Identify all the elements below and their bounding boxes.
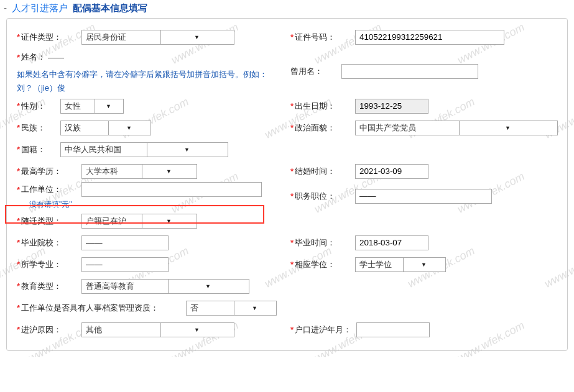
work-unit-hint: 没有请填"无" bbox=[29, 199, 290, 210]
name-value: —— bbox=[48, 53, 64, 62]
degree-value: 学士学位 bbox=[359, 259, 400, 270]
label-highest-edu: 最高学历： bbox=[21, 166, 62, 177]
political-value: 中国共产党党员 bbox=[359, 122, 456, 134]
label-political: 政治面貌： bbox=[295, 122, 335, 134]
label-marriage-date: 结婚时间： bbox=[295, 166, 335, 177]
page-title: 配偶基本信息填写 bbox=[73, 2, 147, 13]
chevron-down-icon: ▼ bbox=[108, 121, 149, 135]
ethnicity-value: 汉族 bbox=[65, 122, 106, 134]
chevron-down-icon: ▼ bbox=[459, 121, 556, 135]
highest-edu-select[interactable]: 大学本科 ▼ bbox=[81, 164, 197, 179]
label-gender: 性别： bbox=[21, 101, 45, 112]
archive-question-select[interactable]: 否 ▼ bbox=[186, 301, 277, 316]
label-id-type: 证件类型： bbox=[21, 32, 62, 43]
edu-type-value: 普通高等教育 bbox=[86, 281, 165, 292]
chevron-down-icon: ▼ bbox=[147, 143, 226, 157]
job-title-input[interactable] bbox=[355, 189, 492, 204]
label-major: 所学专业： bbox=[21, 259, 62, 270]
label-archive-question: 工作单位是否具有人事档案管理资质： bbox=[21, 303, 159, 314]
chevron-down-icon: ▼ bbox=[160, 30, 233, 44]
label-former-name: 曾用名： bbox=[290, 66, 323, 77]
label-nationality: 国籍： bbox=[21, 144, 45, 155]
grad-school-input[interactable] bbox=[81, 235, 169, 250]
chevron-down-icon: ▼ bbox=[160, 323, 233, 337]
marriage-date-input[interactable] bbox=[355, 164, 428, 179]
label-hukou-date: 户口进沪年月： bbox=[295, 324, 351, 335]
breadcrumb-section: 人才引进落户 bbox=[12, 2, 68, 13]
label-name: 姓名： bbox=[21, 52, 45, 63]
form-container: *证件类型： 居民身份证 ▼ *证件号码： *姓名： —— 如果姓名中含有冷僻字… bbox=[6, 18, 568, 351]
chevron-down-icon: ▼ bbox=[142, 165, 195, 178]
label-grad-date: 毕业时间： bbox=[295, 237, 335, 248]
grad-date-input[interactable] bbox=[355, 235, 428, 250]
highest-edu-value: 大学本科 bbox=[86, 166, 139, 177]
chevron-down-icon: ▼ bbox=[234, 301, 275, 315]
id-type-value: 居民身份证 bbox=[86, 32, 158, 43]
reason-sh-value: 其他 bbox=[86, 324, 158, 335]
label-birth-date: 出生日期： bbox=[295, 101, 335, 112]
work-unit-input[interactable] bbox=[81, 182, 262, 197]
label-id-number: 证件号码： bbox=[295, 32, 335, 43]
hukou-date-input[interactable] bbox=[356, 322, 430, 337]
label-degree: 相应学位： bbox=[295, 259, 335, 270]
reason-sh-select[interactable]: 其他 ▼ bbox=[81, 322, 234, 337]
ethnicity-select[interactable]: 汉族 ▼ bbox=[60, 121, 151, 135]
degree-select[interactable]: 学士学位 ▼ bbox=[355, 257, 446, 272]
id-type-select[interactable]: 居民身份证 ▼ bbox=[81, 30, 234, 45]
label-move-type: 随迁类型： bbox=[21, 216, 62, 227]
birth-date-input[interactable] bbox=[355, 99, 428, 114]
political-select[interactable]: 中国共产党党员 ▼ bbox=[355, 121, 558, 135]
label-work-unit: 工作单位： bbox=[21, 184, 62, 195]
gender-select[interactable]: 女性 ▼ bbox=[60, 99, 124, 114]
label-job-title: 职务职位： bbox=[295, 191, 335, 202]
name-rare-char-hint: 如果姓名中含有冷僻字，请在冷僻字后紧跟括号加拼音加括号。例如：刘？（jie）俊 bbox=[17, 68, 278, 95]
move-type-value: 户籍已在沪 bbox=[86, 216, 139, 227]
breadcrumb: - 人才引进落户 配偶基本信息填写 bbox=[0, 0, 574, 18]
gender-value: 女性 bbox=[65, 101, 92, 112]
label-reason-sh: 进沪原因： bbox=[21, 324, 62, 335]
label-edu-type: 教育类型： bbox=[21, 281, 62, 292]
label-grad-school: 毕业院校： bbox=[21, 237, 62, 248]
nationality-select[interactable]: 中华人民共和国 ▼ bbox=[60, 142, 228, 157]
label-ethnicity: 民族： bbox=[21, 122, 45, 134]
former-name-input[interactable] bbox=[341, 64, 478, 79]
chevron-down-icon: ▼ bbox=[168, 280, 248, 293]
move-type-select[interactable]: 户籍已在沪 ▼ bbox=[81, 214, 197, 229]
edu-type-select[interactable]: 普通高等教育 ▼ bbox=[81, 279, 249, 294]
chevron-down-icon: ▼ bbox=[95, 99, 122, 113]
chevron-down-icon: ▼ bbox=[142, 214, 195, 228]
id-number-input[interactable] bbox=[355, 30, 504, 45]
major-input[interactable] bbox=[81, 257, 169, 272]
nationality-value: 中华人民共和国 bbox=[65, 144, 144, 155]
chevron-down-icon: ▼ bbox=[403, 258, 444, 271]
archive-question-value: 否 bbox=[190, 303, 231, 314]
